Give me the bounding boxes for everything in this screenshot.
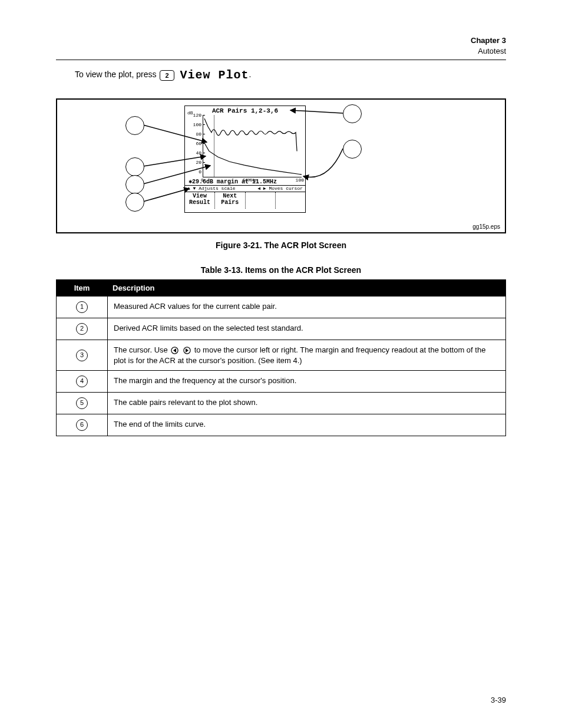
svg-marker-7 <box>173 348 176 353</box>
item-num-2: 2 <box>76 323 88 335</box>
svg-line-2 <box>143 156 206 166</box>
header-rule <box>56 60 506 60</box>
chapter-title: Autotest <box>56 46 506 57</box>
table-row: 6 The end of the limits curve. <box>57 414 506 436</box>
th-item: Item <box>57 280 108 297</box>
chapter-header: Chapter 3 Autotest <box>56 35 506 56</box>
desc3-pre: The cursor. Use <box>114 345 170 354</box>
figure-frame: ACR Pairs 1,2-3,6 dB 120 100 80 60 40 20… <box>56 98 506 233</box>
table-row: 5 The cable pairs relevant to the plot s… <box>57 393 506 414</box>
items-table: Item Description 1 Measured ACR values f… <box>56 279 506 436</box>
right-arrow-icon <box>183 347 191 354</box>
item-num-1: 1 <box>76 301 88 313</box>
instruction-line: To view the plot, press 2 View Plot. <box>75 68 506 82</box>
svg-marker-9 <box>186 348 189 353</box>
svg-line-5 <box>290 110 343 113</box>
page-number: 3-39 <box>491 696 506 704</box>
svg-line-4 <box>143 189 189 202</box>
table-row: 2 Derived ACR limits based on the select… <box>57 318 506 340</box>
callout-1 <box>125 116 144 135</box>
table-row: 1 Measured ACR values for the current ca… <box>57 297 506 318</box>
callout-6 <box>343 140 362 159</box>
instruction-prefix: To view the plot, press <box>75 70 158 79</box>
item-desc-2: Derived ACR limits based on the selected… <box>108 318 506 340</box>
table-row: 4 The margin and the frequency at the cu… <box>57 371 506 393</box>
instruction-suffix: . <box>249 70 251 79</box>
callout-2 <box>125 157 144 176</box>
item-num-5: 5 <box>76 397 88 409</box>
item-desc-4: The margin and the frequency at the curs… <box>108 371 506 393</box>
softkey-label-viewplot: View Plot <box>180 68 249 82</box>
chapter-number: Chapter 3 <box>56 35 506 46</box>
item-desc-5: The cable pairs relevant to the plot sho… <box>108 393 506 414</box>
callout-3 <box>125 175 144 194</box>
item-desc-6: The end of the limits curve. <box>108 414 506 436</box>
item-num-6: 6 <box>76 419 88 431</box>
left-arrow-icon <box>171 347 178 354</box>
svg-line-3 <box>143 166 210 184</box>
callout-5 <box>343 104 362 123</box>
svg-line-1 <box>143 125 207 142</box>
callout-4 <box>125 193 144 212</box>
table-caption: Table 3-13. Items on the ACR Plot Screen <box>56 265 506 275</box>
key-2: 2 <box>160 70 174 81</box>
item-desc-1: Measured ACR values for the current cabl… <box>108 297 506 318</box>
item-desc-3: The cursor. Use to move the cursor left … <box>108 340 506 371</box>
figure-caption: Figure 3-21. The ACR Plot Screen <box>56 241 506 250</box>
callout-connectors <box>57 100 507 232</box>
table-row: 3 The cursor. Use to move the cursor lef… <box>57 340 506 371</box>
item-num-3: 3 <box>76 350 88 361</box>
item-num-4: 4 <box>76 375 88 387</box>
th-desc: Description <box>108 280 506 297</box>
